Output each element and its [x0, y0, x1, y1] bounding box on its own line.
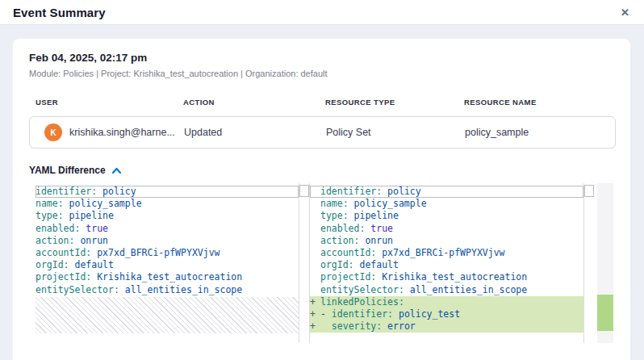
diff-added-line: +linkedPolicies:: [310, 296, 583, 308]
avatar: K: [44, 123, 62, 141]
column-resource-type: RESOURCE TYPE: [325, 98, 464, 107]
diff-code-line: orgId: default: [36, 259, 299, 271]
diff-original-scrollbar[interactable]: [299, 183, 309, 343]
scrollbar-thumb[interactable]: [584, 185, 594, 197]
column-action: ACTION: [183, 98, 325, 107]
action-cell: Updated: [184, 127, 326, 138]
scrollbar-thumb[interactable]: [299, 185, 309, 197]
diff-code-line: projectId: Krishika_test_autocreation: [36, 271, 299, 283]
yaml-difference-toggle[interactable]: YAML Difference: [29, 165, 614, 176]
table-header: USER ACTION RESOURCE TYPE RESOURCE NAME: [29, 98, 616, 107]
page-title: Event Summary: [13, 6, 106, 19]
user-cell: K krishika.singh@harne...: [36, 123, 184, 141]
diff-code-line: type: pipeline: [36, 210, 299, 222]
column-resource-name: RESOURCE NAME: [464, 98, 616, 107]
diff-code-line: entitySelector: all_entities_in_scope: [310, 284, 583, 296]
user-email: krishika.singh@harne...: [69, 127, 175, 138]
diff-code-line: action: onrun: [310, 235, 583, 247]
yaml-diff-viewer: identifier: policyname: policy_sampletyp…: [29, 183, 617, 343]
diff-added-line: +- identifier: policy_test: [310, 308, 583, 320]
diff-code-line: accountId: px7xd_BFRCi-pfWPYXVjvw: [310, 247, 583, 259]
diff-code-line: action: onrun: [36, 235, 299, 247]
diff-code-line: projectId: Krishika_test_autocreation: [310, 271, 583, 283]
chevron-up-icon: [111, 167, 122, 174]
diff-original-code: identifier: policyname: policy_sampletyp…: [29, 183, 299, 343]
diff-code-line: identifier: policy: [310, 186, 583, 198]
diff-code-line: name: policy_sample: [36, 198, 299, 210]
resource-type-cell: Policy Set: [326, 127, 465, 138]
yaml-difference-label: YAML Difference: [29, 165, 106, 176]
diff-empty-placeholder: [36, 297, 299, 333]
modal-header: Event Summary ✕: [0, 0, 644, 25]
diff-modified-pane[interactable]: identifier: policyname: policy_sampletyp…: [310, 183, 594, 343]
diff-gutter-sign: +: [310, 320, 320, 333]
close-icon[interactable]: ✕: [621, 7, 629, 18]
diff-modified-scrollbar[interactable]: [583, 183, 594, 343]
diff-code-line: enabled: true: [310, 223, 583, 235]
diff-gutter-sign: +: [310, 296, 320, 308]
diff-added-line: + severity: error: [310, 320, 583, 333]
diff-original-pane[interactable]: identifier: policyname: policy_sampletyp…: [29, 183, 310, 343]
event-summary-card: Feb 04, 2025, 02:17 pm Module: Policies …: [13, 39, 630, 360]
column-user: USER: [36, 98, 183, 107]
added-lines-marker: [597, 295, 613, 331]
event-meta: Module: Policies | Project: Krishika_tes…: [29, 69, 614, 78]
diff-code-line: orgId: default: [310, 259, 583, 271]
diff-code-line: accountId: px7xd_BFRCi-pfWPYXVjvw: [36, 247, 299, 259]
diff-code-line: entitySelector: all_entities_in_scope: [36, 284, 299, 296]
resource-name-cell: policy_sample: [465, 127, 615, 138]
event-timestamp: Feb 04, 2025, 02:17 pm: [29, 52, 614, 64]
diff-code-line: identifier: policy: [36, 186, 299, 198]
diff-gutter-sign: +: [310, 308, 320, 320]
diff-modified-code: identifier: policyname: policy_sampletyp…: [310, 183, 583, 343]
table-row: K krishika.singh@harne... Updated Policy…: [29, 116, 616, 149]
diff-code-line: enabled: true: [36, 223, 299, 235]
diff-code-line: type: pipeline: [310, 210, 583, 222]
diff-code-line: name: policy_sample: [310, 198, 583, 210]
diff-overview-ruler[interactable]: [597, 183, 613, 343]
